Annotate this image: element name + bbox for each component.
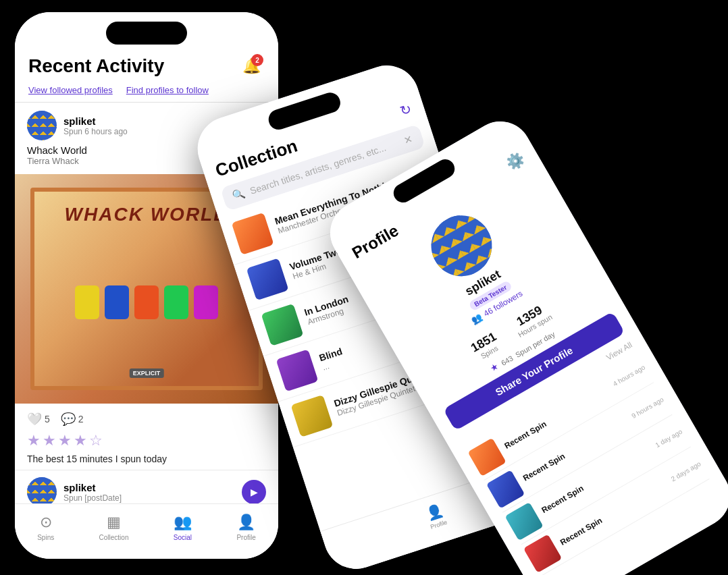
nav-spins[interactable]: ⊙ Spins xyxy=(37,514,54,541)
album-thumbnail xyxy=(246,258,289,300)
nav-social[interactable]: 👥 Social xyxy=(174,514,192,541)
star-5: ☆ xyxy=(89,432,103,449)
username-2: spliket xyxy=(63,482,122,493)
profile-icon-2: 👤 xyxy=(424,501,445,522)
username: spliket xyxy=(63,115,128,127)
spin-time: 2 days ago xyxy=(669,460,702,483)
comment-action[interactable]: 💬 2 xyxy=(61,412,84,427)
phone1-notch xyxy=(106,22,187,45)
notification-badge: 2 xyxy=(251,54,263,66)
search-icon: 🔍 xyxy=(231,187,247,202)
phone1-screen: Recent Activity 🔔 2 View followed profil… xyxy=(15,12,278,559)
collection-label: Collection xyxy=(99,534,129,541)
star-4: ★ xyxy=(74,432,87,449)
spins-per-day-value: 643 xyxy=(500,354,515,367)
page-title: Recent Activity xyxy=(28,55,164,77)
social-icon: 👥 xyxy=(174,514,192,531)
bottom-nav: ⊙ Spins ▦ Collection 👥 Social 👤 Profile xyxy=(15,503,278,559)
view-followed-link[interactable]: View followed profiles xyxy=(28,85,113,95)
nav-collection[interactable]: ▦ Collection xyxy=(99,514,129,541)
figure-2 xyxy=(105,285,129,319)
spin-time: 4 hours ago xyxy=(612,363,646,387)
album-title-art: whack world xyxy=(65,204,229,225)
figure-1 xyxy=(75,285,99,319)
comment-icon: 💬 xyxy=(61,412,76,427)
star-rating[interactable]: ★ ★ ★ ★ ☆ xyxy=(27,432,266,449)
like-count: 5 xyxy=(45,414,50,425)
star-2: ★ xyxy=(43,432,56,449)
nav-profile[interactable]: 👤 Profile xyxy=(236,514,255,541)
album-thumbnail xyxy=(261,304,304,346)
post-caption: The best 15 minutes I spun today xyxy=(27,454,266,464)
avatar xyxy=(27,111,57,140)
spin-time-2: Spun [postDate] xyxy=(63,493,122,503)
collection-icon: ▦ xyxy=(107,514,121,531)
explicit-badge: EXPLICIT xyxy=(130,368,164,378)
clear-search-icon[interactable]: ✕ xyxy=(402,133,415,147)
avatar-2 xyxy=(27,477,57,507)
figure-4 xyxy=(164,285,188,319)
social-label: Social xyxy=(174,534,192,541)
star-icon-small: ★ xyxy=(488,361,500,374)
spin-thumb xyxy=(523,535,562,573)
like-action[interactable]: 🤍 5 xyxy=(27,412,50,427)
spin-time: Spun 6 hours ago xyxy=(63,127,128,136)
play-button-2[interactable]: ▶ xyxy=(242,480,266,504)
follow-icon: 👥 xyxy=(469,311,484,325)
figure-5 xyxy=(194,285,218,319)
profile-icon: 👤 xyxy=(237,514,255,531)
spin-time: 9 hours ago xyxy=(630,395,665,420)
star-1: ★ xyxy=(27,432,41,449)
phone1-device: Recent Activity 🔔 2 View followed profil… xyxy=(15,12,278,559)
figure-3 xyxy=(134,285,159,319)
notifications-button[interactable]: 🔔 2 xyxy=(238,53,265,80)
post-actions: 🤍 5 💬 2 ★ ★ ★ ★ ☆ The best 15 minutes I … xyxy=(15,404,278,470)
heart-icon: 🤍 xyxy=(27,412,42,427)
refresh-icon[interactable]: ↻ xyxy=(398,101,414,119)
spins-icon: ⊙ xyxy=(40,514,52,531)
album-thumbnail xyxy=(276,349,318,391)
stat-spins: 1851 Spins xyxy=(469,329,503,362)
profile-label: Profile xyxy=(236,534,255,541)
find-profiles-link[interactable]: Find profiles to follow xyxy=(126,85,209,95)
nav2-profile[interactable]: 👤 Profile xyxy=(424,501,448,530)
album-thumbnail xyxy=(232,213,274,255)
star-3: ★ xyxy=(58,432,72,449)
comment-count: 2 xyxy=(78,414,84,425)
album-thumbnail xyxy=(290,395,333,437)
settings-icon[interactable]: ⚙️ xyxy=(503,149,527,173)
spin-time: 1 day ago xyxy=(654,427,683,448)
spins-label: Spins xyxy=(37,534,54,541)
